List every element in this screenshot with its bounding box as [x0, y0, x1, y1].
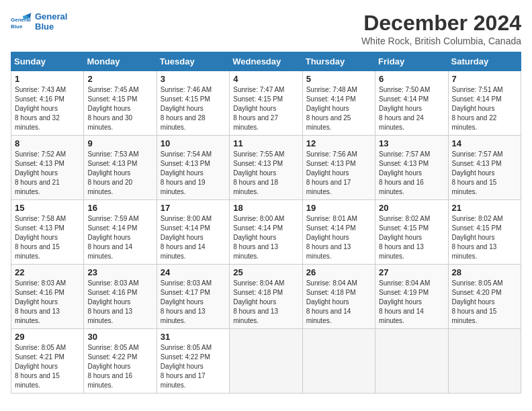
day-number: 23 — [87, 267, 152, 277]
day-info: Sunrise: 8:05 AM Sunset: 4:21 PM Dayligh… — [15, 343, 80, 390]
day-info: Sunrise: 8:04 AM Sunset: 4:18 PM Dayligh… — [233, 279, 298, 326]
calendar-cell: 3 Sunrise: 7:46 AM Sunset: 4:15 PM Dayli… — [157, 71, 229, 136]
day-number: 6 — [379, 74, 444, 84]
day-number: 27 — [379, 267, 444, 277]
day-info: Sunrise: 8:04 AM Sunset: 4:19 PM Dayligh… — [379, 279, 444, 326]
header-wednesday: Wednesday — [230, 52, 302, 71]
calendar-cell: 19 Sunrise: 8:01 AM Sunset: 4:14 PM Dayl… — [302, 200, 375, 265]
header-sunday: Sunday — [11, 52, 84, 71]
day-info: Sunrise: 7:47 AM Sunset: 4:15 PM Dayligh… — [233, 85, 298, 132]
calendar-cell: 6 Sunrise: 7:50 AM Sunset: 4:14 PM Dayli… — [375, 71, 448, 136]
calendar-week-row: 29 Sunrise: 8:05 AM Sunset: 4:21 PM Dayl… — [11, 329, 521, 394]
day-info: Sunrise: 7:59 AM Sunset: 4:14 PM Dayligh… — [87, 214, 152, 261]
day-number: 21 — [452, 203, 517, 213]
calendar-cell: 16 Sunrise: 7:59 AM Sunset: 4:14 PM Dayl… — [84, 200, 157, 265]
calendar-table: Sunday Monday Tuesday Wednesday Thursday… — [11, 52, 521, 394]
day-info: Sunrise: 7:51 AM Sunset: 4:14 PM Dayligh… — [452, 85, 517, 132]
day-number: 25 — [233, 267, 298, 277]
day-info: Sunrise: 8:00 AM Sunset: 4:14 PM Dayligh… — [161, 214, 226, 261]
logo: General Blue General Blue — [11, 11, 67, 32]
calendar-cell: 24 Sunrise: 8:03 AM Sunset: 4:17 PM Dayl… — [157, 265, 229, 329]
calendar-week-row: 8 Sunrise: 7:52 AM Sunset: 4:13 PM Dayli… — [11, 136, 521, 200]
day-number: 22 — [15, 267, 80, 277]
day-info: Sunrise: 7:56 AM Sunset: 4:13 PM Dayligh… — [306, 150, 371, 197]
day-info: Sunrise: 7:55 AM Sunset: 4:13 PM Dayligh… — [233, 150, 298, 197]
day-number: 11 — [233, 138, 298, 148]
calendar-cell: 13 Sunrise: 7:57 AM Sunset: 4:13 PM Dayl… — [375, 136, 448, 200]
day-info: Sunrise: 8:03 AM Sunset: 4:16 PM Dayligh… — [87, 279, 152, 326]
day-info: Sunrise: 7:45 AM Sunset: 4:15 PM Dayligh… — [87, 85, 152, 132]
header: General Blue General Blue December 2024 … — [11, 11, 521, 46]
calendar-cell: 26 Sunrise: 8:04 AM Sunset: 4:18 PM Dayl… — [302, 265, 375, 329]
day-number: 30 — [87, 332, 152, 342]
header-saturday: Saturday — [448, 52, 521, 71]
calendar-cell — [230, 329, 302, 394]
day-number: 4 — [233, 74, 298, 84]
logo-icon: General Blue — [11, 11, 32, 32]
calendar-cell: 9 Sunrise: 7:53 AM Sunset: 4:13 PM Dayli… — [84, 136, 157, 200]
calendar-cell: 18 Sunrise: 8:00 AM Sunset: 4:14 PM Dayl… — [230, 200, 302, 265]
calendar-cell: 7 Sunrise: 7:51 AM Sunset: 4:14 PM Dayli… — [448, 71, 521, 136]
calendar-cell: 21 Sunrise: 8:02 AM Sunset: 4:15 PM Dayl… — [448, 200, 521, 265]
header-friday: Friday — [375, 52, 448, 71]
svg-text:Blue: Blue — [11, 24, 23, 30]
day-number: 17 — [161, 203, 226, 213]
day-number: 3 — [161, 74, 226, 84]
day-info: Sunrise: 7:43 AM Sunset: 4:16 PM Dayligh… — [15, 85, 80, 132]
calendar-cell: 4 Sunrise: 7:47 AM Sunset: 4:15 PM Dayli… — [230, 71, 302, 136]
day-number: 10 — [161, 138, 226, 148]
day-info: Sunrise: 8:01 AM Sunset: 4:14 PM Dayligh… — [306, 214, 371, 261]
day-number: 19 — [306, 203, 371, 213]
calendar-cell: 12 Sunrise: 7:56 AM Sunset: 4:13 PM Dayl… — [302, 136, 375, 200]
calendar-cell: 11 Sunrise: 7:55 AM Sunset: 4:13 PM Dayl… — [230, 136, 302, 200]
day-number: 16 — [87, 203, 152, 213]
calendar-cell: 27 Sunrise: 8:04 AM Sunset: 4:19 PM Dayl… — [375, 265, 448, 329]
month-title: December 2024 — [361, 11, 521, 36]
day-info: Sunrise: 8:00 AM Sunset: 4:14 PM Dayligh… — [233, 214, 298, 261]
calendar-cell: 5 Sunrise: 7:48 AM Sunset: 4:14 PM Dayli… — [302, 71, 375, 136]
day-number: 15 — [15, 203, 80, 213]
day-number: 18 — [233, 203, 298, 213]
day-number: 29 — [15, 332, 80, 342]
day-number: 26 — [306, 267, 371, 277]
calendar-cell: 17 Sunrise: 8:00 AM Sunset: 4:14 PM Dayl… — [157, 200, 229, 265]
title-area: December 2024 White Rock, British Columb… — [361, 11, 521, 46]
day-number: 9 — [87, 138, 152, 148]
day-info: Sunrise: 8:03 AM Sunset: 4:17 PM Dayligh… — [161, 279, 226, 326]
day-info: Sunrise: 8:02 AM Sunset: 4:15 PM Dayligh… — [379, 214, 444, 261]
day-number: 24 — [161, 267, 226, 277]
calendar-cell: 23 Sunrise: 8:03 AM Sunset: 4:16 PM Dayl… — [84, 265, 157, 329]
weekday-header-row: Sunday Monday Tuesday Wednesday Thursday… — [11, 52, 521, 71]
header-monday: Monday — [84, 52, 157, 71]
day-info: Sunrise: 8:05 AM Sunset: 4:20 PM Dayligh… — [452, 279, 517, 326]
calendar-cell: 2 Sunrise: 7:45 AM Sunset: 4:15 PM Dayli… — [84, 71, 157, 136]
day-info: Sunrise: 8:03 AM Sunset: 4:16 PM Dayligh… — [15, 279, 80, 326]
day-info: Sunrise: 8:02 AM Sunset: 4:15 PM Dayligh… — [452, 214, 517, 261]
header-tuesday: Tuesday — [157, 52, 229, 71]
day-info: Sunrise: 8:05 AM Sunset: 4:22 PM Dayligh… — [87, 343, 152, 390]
day-info: Sunrise: 7:54 AM Sunset: 4:13 PM Dayligh… — [161, 150, 226, 197]
day-number: 2 — [87, 74, 152, 84]
day-info: Sunrise: 7:52 AM Sunset: 4:13 PM Dayligh… — [15, 150, 80, 197]
calendar-cell — [448, 329, 521, 394]
calendar-week-row: 1 Sunrise: 7:43 AM Sunset: 4:16 PM Dayli… — [11, 71, 521, 136]
calendar-cell: 15 Sunrise: 7:58 AM Sunset: 4:13 PM Dayl… — [11, 200, 84, 265]
calendar-cell: 1 Sunrise: 7:43 AM Sunset: 4:16 PM Dayli… — [11, 71, 84, 136]
calendar-cell: 22 Sunrise: 8:03 AM Sunset: 4:16 PM Dayl… — [11, 265, 84, 329]
calendar-cell: 20 Sunrise: 8:02 AM Sunset: 4:15 PM Dayl… — [375, 200, 448, 265]
calendar-cell: 30 Sunrise: 8:05 AM Sunset: 4:22 PM Dayl… — [84, 329, 157, 394]
location: White Rock, British Columbia, Canada — [361, 36, 521, 46]
calendar-cell: 31 Sunrise: 8:05 AM Sunset: 4:22 PM Dayl… — [157, 329, 229, 394]
day-number: 5 — [306, 74, 371, 84]
calendar-cell: 25 Sunrise: 8:04 AM Sunset: 4:18 PM Dayl… — [230, 265, 302, 329]
calendar-cell — [375, 329, 448, 394]
day-number: 14 — [452, 138, 517, 148]
day-number: 13 — [379, 138, 444, 148]
day-number: 20 — [379, 203, 444, 213]
logo-general: General — [35, 11, 67, 21]
calendar-cell: 29 Sunrise: 8:05 AM Sunset: 4:21 PM Dayl… — [11, 329, 84, 394]
day-info: Sunrise: 7:48 AM Sunset: 4:14 PM Dayligh… — [306, 85, 371, 132]
calendar-week-row: 22 Sunrise: 8:03 AM Sunset: 4:16 PM Dayl… — [11, 265, 521, 329]
day-number: 8 — [15, 138, 80, 148]
day-number: 1 — [15, 74, 80, 84]
